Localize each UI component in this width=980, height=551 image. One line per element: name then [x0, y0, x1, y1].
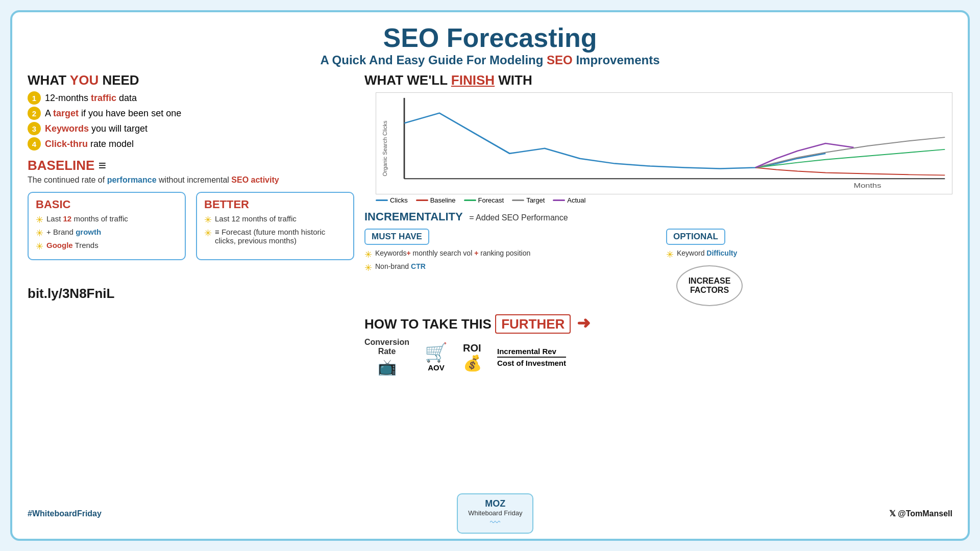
badge-2: 2 [28, 107, 41, 120]
incrementality-section: INCREMENTALITY = Added SEO Performance [364, 210, 952, 223]
list-item: ✳ ≡ Forecast (future month historic clic… [204, 228, 346, 245]
monitor-icon: 📺 [364, 358, 409, 376]
what-you-need-section: WHAT YOU NEED 1 12-months traffic data 2… [28, 72, 354, 151]
need-list: 1 12-months traffic data 2 A target if y… [28, 91, 354, 151]
better-box: BETTER ✳ Last 12 months of traffic ✳ ≡ F… [196, 192, 354, 260]
coin-icon: 💰 [463, 354, 482, 372]
finish-heading: WHAT WE'LL FINISH WITH [364, 72, 952, 88]
incrementality-subtitle: = Added SEO Performance [469, 213, 568, 222]
need-item-4: Click-thru rate model [45, 139, 134, 149]
increase-factors-cloud: INCREASEFACTORS [676, 265, 743, 306]
basic-better: BASIC ✳ Last 12 months of traffic ✳ + Br… [28, 192, 354, 260]
legend-target: Target [512, 196, 545, 204]
bitly-link[interactable]: bit.ly/3N8FniL [28, 286, 354, 302]
list-item: ✳ Keyword Difficulty [666, 249, 952, 260]
aov-label: AOV [425, 363, 448, 372]
further-word: FURTHER [495, 314, 571, 334]
star-icon: ✳ [36, 214, 43, 226]
legend-label-actual: Actual [567, 196, 585, 204]
badge-3: 3 [28, 122, 41, 135]
legend-actual: Actual [553, 196, 585, 204]
increase-factors-text: INCREASEFACTORS [689, 277, 731, 295]
star-icon: ✳ [204, 228, 212, 239]
cart-icon: 🛒 [425, 342, 448, 363]
baseline-title: BASELINE ≡ [28, 158, 354, 173]
moz-box: MOZ Whiteboard Friday 〰 [457, 493, 533, 534]
must-list: ✳ Keywords+ monthly search vol + ranking… [364, 249, 651, 273]
cost-of-investment-label: Cost of Investment [497, 359, 566, 367]
subtitle: A Quick And Easy Guide For Modeling SEO … [28, 53, 952, 67]
further-items: ConversionRate 📺 🛒 AOV ROI 💰 [364, 338, 952, 376]
incrementality-title: INCREMENTALITY [364, 210, 463, 223]
conversion-rate-item: ConversionRate 📺 [364, 338, 409, 376]
aov-item: 🛒 AOV [425, 342, 448, 372]
optional-header: OPTIONAL [666, 229, 725, 245]
subtitle-highlight: SEO [547, 53, 573, 67]
legend-label-forecast: Forecast [478, 196, 504, 204]
moz-title: MOZ [468, 498, 522, 509]
list-item: ✳ Non-brand CTR [364, 262, 651, 273]
incremental-rev-label: Incremental Rev [497, 347, 566, 358]
finish-section: WHAT WE'LL FINISH WITH [364, 72, 952, 88]
better-title: BETTER [204, 198, 346, 211]
list-item: ✳ Last 12 months of traffic [36, 214, 178, 226]
twitter-handle: 𝕏 @TomMansell [889, 509, 952, 518]
roi-item: ROI 💰 [463, 342, 482, 372]
legend-baseline: Baseline [416, 196, 456, 204]
list-item: 4 Click-thru rate model [28, 137, 354, 151]
need-item-2: A target if you have been set one [45, 108, 181, 119]
list-item: ✳ + Brand growth [36, 228, 178, 239]
baseline-desc: The continued rate of performance withou… [28, 176, 354, 185]
footer: #WhiteboardFriday MOZ Whiteboard Friday … [28, 493, 952, 534]
chart-wrapper: Organic Search Clicks [364, 92, 952, 204]
optional-box: OPTIONAL ✳ Keyword Difficulty INCREASEFA… [666, 229, 952, 306]
basic-list: ✳ Last 12 months of traffic ✳ + Brand gr… [36, 214, 178, 252]
svg-text:Months: Months [853, 182, 881, 189]
legend-label-baseline: Baseline [430, 196, 456, 204]
legend-line-actual [553, 199, 565, 201]
right-panel: WHAT WE'LL FINISH WITH Organic Search Cl… [364, 72, 952, 376]
list-item: ✳ Last 12 months of traffic [204, 214, 346, 226]
must-optional: MUST HAVE ✳ Keywords+ monthly search vol… [364, 229, 952, 306]
list-item: 2 A target if you have been set one [28, 107, 354, 120]
legend-clicks: Clicks [376, 196, 408, 204]
legend-line-baseline [416, 199, 428, 201]
star-icon: ✳ [36, 241, 43, 252]
what-you-need-heading: WHAT YOU NEED [28, 72, 354, 88]
main-container: SEO Forecasting A Quick And Easy Guide F… [10, 10, 970, 541]
hashtag-label: #WhiteboardFriday [28, 509, 102, 518]
left-panel: WHAT YOU NEED 1 12-months traffic data 2… [28, 72, 354, 376]
optional-list: ✳ Keyword Difficulty [666, 249, 952, 260]
list-item: 1 12-months traffic data [28, 91, 354, 105]
need-item-3: Keywords you will target [45, 123, 148, 134]
star-icon: ✳ [364, 249, 372, 260]
roi-label: ROI [463, 342, 482, 354]
need-item-1: 12-months traffic data [45, 93, 137, 104]
legend-line-clicks [376, 199, 388, 201]
arrow-right-icon: ➜ [577, 314, 591, 332]
badge-4: 4 [28, 137, 41, 151]
baseline-section: BASELINE ≡ The continued rate of perform… [28, 158, 354, 185]
moz-subtitle: Whiteboard Friday [468, 509, 522, 517]
chart-area: Months [376, 92, 952, 194]
star-icon: ✳ [36, 228, 43, 239]
legend-line-target [512, 199, 524, 201]
title-section: SEO Forecasting A Quick And Easy Guide F… [28, 22, 952, 67]
subtitle-start: A Quick And Easy Guide For Modeling [320, 53, 547, 67]
subtitle-end: Improvements [573, 53, 660, 67]
star-icon: ✳ [364, 262, 372, 273]
conversion-rate-label: ConversionRate [364, 338, 409, 356]
chart-svg: Months [376, 93, 952, 194]
further-section: HOW TO TAKE THIS FURTHER ➜ ConversionRat… [364, 313, 952, 376]
incr-rev-item: Incremental Rev Cost of Investment [497, 347, 566, 367]
list-item: ✳ Google Trends [36, 241, 178, 252]
must-have-header: MUST HAVE [364, 229, 429, 245]
main-title: SEO Forecasting [28, 22, 952, 53]
basic-title: BASIC [36, 198, 178, 211]
star-icon: ✳ [204, 214, 212, 226]
list-item: 3 Keywords you will target [28, 122, 354, 135]
legend-line-forecast [464, 199, 476, 201]
chart-legend: Clicks Baseline Forecast Target [376, 196, 952, 204]
must-have-box: MUST HAVE ✳ Keywords+ monthly search vol… [364, 229, 651, 306]
better-list: ✳ Last 12 months of traffic ✳ ≡ Forecast… [204, 214, 346, 245]
